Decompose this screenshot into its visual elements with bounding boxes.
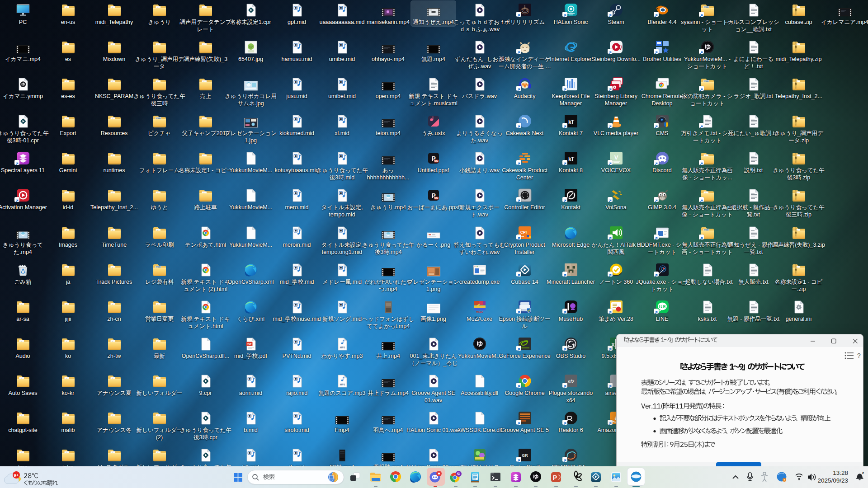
- svg-text:P: P: [553, 474, 557, 481]
- svg-text:z: z: [862, 471, 864, 475]
- svg-text:9+: 9+: [14, 473, 19, 478]
